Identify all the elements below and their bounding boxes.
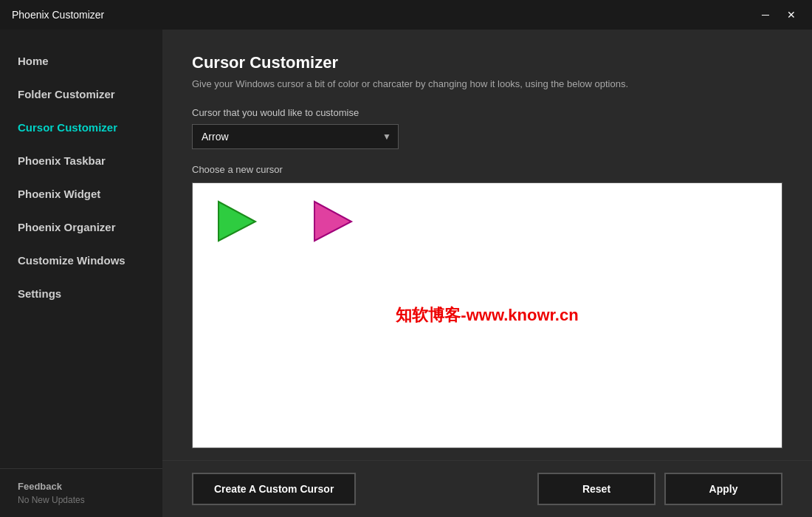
cursor-grid[interactable]: 知软博客-www.knowr.cn (192, 182, 782, 448)
content-area: Cursor Customizer Give your Windows curs… (162, 30, 812, 517)
sidebar-footer: Feedback No New Updates (0, 468, 162, 517)
watermark-text: 知软博客-www.knowr.cn (396, 304, 578, 326)
page-subtitle: Give your Windows cursor a bit of color … (192, 78, 782, 89)
svg-marker-1 (314, 202, 351, 241)
update-status: No New Updates (18, 495, 145, 505)
close-button[interactable]: ✕ (782, 7, 800, 22)
sidebar-item-home[interactable]: Home (0, 44, 162, 78)
feedback-label[interactable]: Feedback (18, 481, 145, 492)
sidebar-item-customize-windows[interactable]: Customize Windows (0, 244, 162, 277)
cursor-green[interactable] (215, 198, 266, 250)
reset-button[interactable]: Reset (537, 473, 656, 505)
sidebar-item-phoenix-taskbar[interactable]: Phoenix Taskbar (0, 144, 162, 177)
minimize-button[interactable]: ─ (757, 7, 774, 22)
app-title: Phoenix Customizer (12, 9, 104, 21)
window-controls: ─ ✕ (757, 7, 800, 22)
action-bar-right: Reset Apply (537, 473, 782, 505)
cursor-dropdown[interactable]: Arrow Hand Text Wait Crosshair (192, 124, 399, 149)
sidebar: Home Folder Customizer Cursor Customizer… (0, 30, 162, 517)
sidebar-item-folder-customizer[interactable]: Folder Customizer (0, 78, 162, 111)
content-inner: Cursor Customizer Give your Windows curs… (162, 30, 812, 460)
sidebar-nav: Home Folder Customizer Cursor Customizer… (0, 37, 162, 468)
sidebar-item-phoenix-organizer[interactable]: Phoenix Organizer (0, 210, 162, 244)
action-bar: Create A Custom Cursor Reset Apply (162, 460, 812, 517)
apply-button[interactable]: Apply (664, 473, 782, 505)
page-title: Cursor Customizer (192, 53, 782, 72)
svg-marker-0 (219, 202, 255, 241)
dropdown-label: Cursor that you would like to customise (192, 107, 782, 118)
action-bar-left: Create A Custom Cursor (192, 473, 356, 505)
cursor-dropdown-wrapper: Arrow Hand Text Wait Crosshair ▼ (192, 124, 399, 149)
sidebar-item-phoenix-widget[interactable]: Phoenix Widget (0, 177, 162, 210)
title-bar: Phoenix Customizer ─ ✕ (0, 0, 812, 30)
create-custom-cursor-button[interactable]: Create A Custom Cursor (192, 473, 356, 505)
sidebar-item-cursor-customizer[interactable]: Cursor Customizer (0, 111, 162, 144)
cursor-section-label: Choose a new cursor (192, 164, 782, 175)
cursor-pink[interactable] (311, 198, 362, 250)
main-layout: Home Folder Customizer Cursor Customizer… (0, 30, 812, 517)
sidebar-item-settings[interactable]: Settings (0, 277, 162, 310)
